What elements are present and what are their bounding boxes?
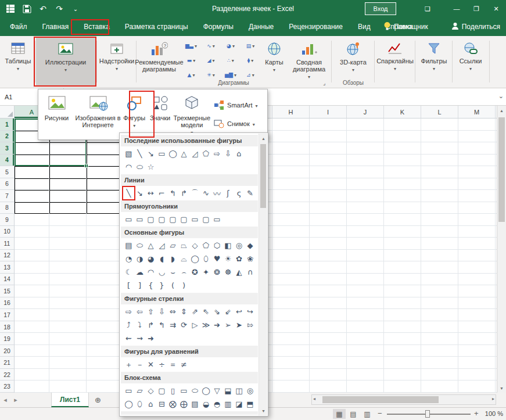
row-header-10[interactable]: 10: [0, 226, 14, 238]
row-header-20[interactable]: 20: [0, 345, 14, 357]
shape-item[interactable]: ✎: [245, 187, 256, 199]
shape-item[interactable]: ☀: [223, 253, 234, 265]
shape-item[interactable]: ⬒: [245, 398, 256, 410]
shape-item[interactable]: ∩: [245, 266, 256, 278]
shape-item[interactable]: ⬯: [200, 253, 211, 265]
column-header-L[interactable]: L: [421, 106, 458, 118]
column-header-K[interactable]: K: [384, 106, 421, 118]
shape-item[interactable]: ▭: [123, 213, 134, 225]
view-page-layout-button[interactable]: ▤: [347, 409, 360, 419]
shape-item[interactable]: ⬭: [134, 161, 145, 173]
menu-item-shapes[interactable]: Фигуры ▾: [122, 92, 146, 137]
shape-item[interactable]: ⬠: [200, 148, 211, 160]
row-header-17[interactable]: 17: [0, 309, 14, 321]
scroll-right-icon[interactable]: ▸: [492, 396, 494, 401]
shape-item[interactable]: ◡: [156, 266, 167, 278]
sheet-nav-next-icon[interactable]: ▸: [10, 396, 21, 404]
shape-item[interactable]: ⇔: [167, 306, 178, 318]
column-chart-button[interactable]: ▆▃▾: [181, 38, 201, 53]
row-header-1[interactable]: 1: [0, 119, 14, 131]
shape-item[interactable]: ◇: [145, 385, 156, 397]
login-button[interactable]: Вход: [365, 2, 396, 15]
column-header-H[interactable]: H: [272, 106, 310, 118]
assistant-button[interactable]: Помощник: [383, 17, 428, 36]
shape-item[interactable]: ↘: [134, 187, 145, 199]
shape-item[interactable]: ⇜: [123, 332, 134, 344]
shape-item[interactable]: ⇨: [123, 306, 134, 318]
vertical-scroll-thumb[interactable]: [498, 117, 505, 222]
shape-item[interactable]: ≫: [200, 319, 211, 331]
shape-item[interactable]: ▥: [223, 398, 234, 410]
shape-item[interactable]: ⇗: [189, 306, 200, 318]
column-header-I[interactable]: I: [310, 106, 347, 118]
view-page-break-button[interactable]: ▥: [361, 409, 374, 419]
shape-item[interactable]: ⇧: [145, 306, 156, 318]
menu-item-pictures[interactable]: Рисунки: [40, 92, 74, 137]
minimize-button[interactable]: —: [447, 0, 466, 17]
charts-dialog-launcher[interactable]: ⌟: [323, 80, 325, 86]
shape-item[interactable]: ➢: [223, 319, 234, 331]
shape-item[interactable]: ▯: [167, 385, 178, 397]
share-button[interactable]: Поделиться: [451, 17, 500, 36]
row-header-13[interactable]: 13: [0, 261, 14, 274]
ribbon-button-filters[interactable]: Фильтры ▾: [417, 37, 451, 86]
shape-item[interactable]: ◑: [134, 253, 145, 265]
shape-item[interactable]: ⬯: [134, 398, 145, 410]
ribbon-button-illustrations[interactable]: Иллюстрации ▾: [36, 37, 95, 86]
shape-item[interactable]: ◪: [234, 398, 245, 410]
shape-item[interactable]: ⌢: [178, 266, 189, 278]
shape-item[interactable]: ◯: [200, 385, 211, 397]
row-header-15[interactable]: 15: [0, 285, 14, 297]
row-header-12[interactable]: 12: [0, 250, 14, 262]
shape-item[interactable]: △: [178, 148, 189, 160]
row-header-5[interactable]: 5: [0, 166, 14, 178]
shape-item[interactable]: ▷: [189, 319, 200, 331]
horizontal-scrollbar[interactable]: ◂ ▸: [311, 394, 496, 405]
tab-Данные[interactable]: Данные: [241, 17, 281, 36]
sheet-tab-list1[interactable]: Лист1: [51, 393, 89, 407]
shape-item[interactable]: ▢: [167, 213, 178, 225]
shape-item[interactable]: ÷: [156, 358, 167, 371]
row-header-11[interactable]: 11: [0, 238, 14, 250]
shape-item[interactable]: ▱: [167, 239, 178, 252]
shape-item[interactable]: ◕: [145, 253, 156, 265]
bar-chart-button[interactable]: ▬▾: [181, 53, 201, 67]
shape-item[interactable]: ↱: [145, 319, 156, 331]
menu-item-3d-models[interactable]: Трехмерные модели ▾: [174, 92, 211, 137]
scroll-up-icon[interactable]: ▲: [497, 106, 506, 115]
maximize-button[interactable]: ❐: [466, 0, 486, 17]
tab-Вид[interactable]: Вид: [350, 17, 378, 36]
shape-item[interactable]: ↘: [145, 148, 156, 160]
row-header-22[interactable]: 22: [0, 369, 14, 381]
menu-item-online-pictures[interactable]: Изображения в Интернете: [74, 92, 122, 137]
zoom-in-button[interactable]: +: [474, 409, 479, 418]
shape-item[interactable]: ◆: [245, 239, 256, 252]
shape-item[interactable]: ▢: [156, 385, 167, 397]
shape-item[interactable]: ▤: [123, 239, 134, 252]
horizontal-scroll-thumb[interactable]: [322, 396, 439, 403]
shape-item[interactable]: ✦: [200, 266, 211, 278]
shape-item[interactable]: ☆: [145, 161, 156, 173]
shape-item[interactable]: ↰: [156, 319, 167, 331]
shape-item[interactable]: ⇕: [178, 306, 189, 318]
shape-item[interactable]: ↱: [178, 187, 189, 199]
menu-item-screenshot[interactable]: Снимок ▾: [210, 119, 266, 129]
shape-item[interactable]: ➤: [234, 319, 245, 331]
shape-item[interactable]: }: [156, 279, 167, 292]
shape-item[interactable]: ∿: [200, 187, 211, 199]
shape-item[interactable]: ⬠: [200, 239, 211, 252]
scroll-up-icon[interactable]: ▲: [259, 134, 268, 143]
shape-item[interactable]: ☁: [134, 266, 145, 278]
row-header-19[interactable]: 19: [0, 333, 14, 345]
column-header-M[interactable]: M: [458, 106, 496, 118]
tab-Файл[interactable]: Файл: [2, 17, 35, 36]
shape-item[interactable]: ◠: [145, 266, 156, 278]
shape-item[interactable]: {: [145, 279, 156, 292]
shape-item[interactable]: ❂: [211, 266, 223, 278]
shape-item[interactable]: ▢: [178, 213, 189, 225]
shape-item[interactable]: ⇦: [134, 306, 145, 318]
scroll-down-icon[interactable]: ▼: [259, 406, 268, 415]
shape-item[interactable]: ⬭: [134, 239, 145, 252]
shape-item[interactable]: ▢: [145, 213, 156, 225]
shape-item[interactable]: ⇖: [200, 306, 211, 318]
